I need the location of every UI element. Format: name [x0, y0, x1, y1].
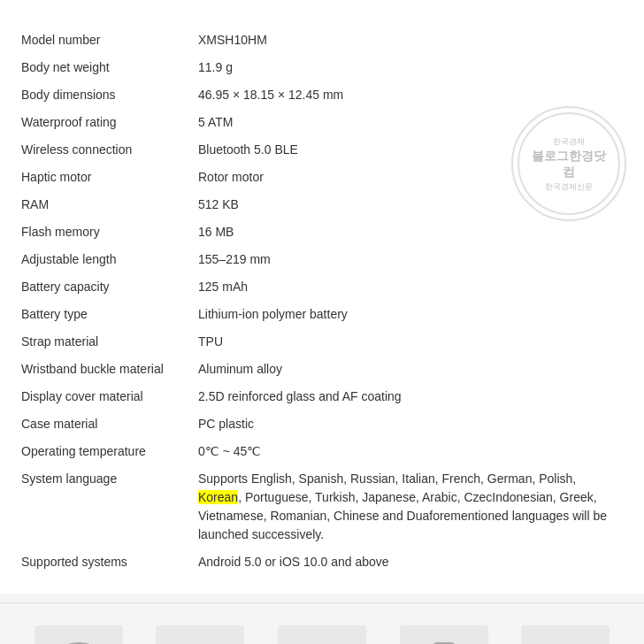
spec-table: Model numberXMSH10HMBody net weight11.9 …: [18, 27, 626, 576]
spec-label: RAM: [18, 191, 195, 218]
spec-label: Supported systems: [18, 548, 195, 576]
watermark: 한국경제 블로그한경닷컴 한국경제신문: [511, 106, 626, 221]
product-image-5: [521, 625, 610, 644]
bottom-section: [0, 612, 644, 644]
spec-value: 0℃ ~ 45℃: [195, 438, 626, 465]
spec-value: Lithium-ion polymer battery: [195, 301, 626, 328]
main-content: 한국경제 블로그한경닷컴 한국경제신문 Model numberXMSH10HM…: [0, 0, 644, 594]
spec-label: Body net weight: [18, 54, 195, 81]
spec-label: Haptic motor: [18, 164, 195, 191]
spec-label: Battery type: [18, 301, 195, 328]
table-row: Battery capacity125 mAh: [18, 273, 626, 301]
table-row: Wristband buckle materialAluminum alloy: [18, 356, 626, 383]
table-row: Operating temperature0℃ ~ 45℃: [18, 438, 626, 465]
product-image-1: [34, 625, 123, 644]
spec-label: Battery capacity: [18, 273, 195, 301]
spec-value: Aluminum alloy: [195, 356, 626, 383]
spec-label: Wireless connection: [18, 136, 195, 164]
watermark-main-text: 블로그한경닷컴: [526, 148, 611, 180]
table-row: Case materialPC plastic: [18, 410, 626, 438]
spec-value: PC plastic: [195, 410, 626, 438]
spec-label: Case material: [18, 410, 195, 438]
spec-label: System language: [18, 465, 195, 548]
spec-label: Body dimensions: [18, 81, 195, 109]
spec-label: Adjustable length: [18, 246, 195, 273]
spec-value: 11.9 g: [195, 54, 626, 81]
watermark-small-text: 한국경제: [553, 136, 585, 148]
spec-label: Wristband buckle material: [18, 356, 195, 383]
spec-label: Waterproof rating: [18, 109, 195, 136]
product-image-3: [278, 625, 366, 644]
spec-value: XMSH10HM: [195, 27, 626, 54]
product-image-4: [400, 625, 488, 644]
table-row: Flash memory16 MB: [18, 218, 626, 246]
table-row: Adjustable length155–219 mm: [18, 246, 626, 273]
watermark-bottom-text: 한국경제신문: [545, 181, 593, 193]
table-row: Battery typeLithium-ion polymer battery: [18, 301, 626, 328]
table-row: Model numberXMSH10HM: [18, 27, 626, 54]
spec-value: 155–219 mm: [195, 246, 626, 273]
watermark-inner: 한국경제 블로그한경닷컴 한국경제신문: [518, 112, 620, 215]
spec-value: Android 5.0 or iOS 10.0 and above: [195, 548, 626, 576]
product-image-2: [156, 625, 244, 644]
table-row: Supported systemsAndroid 5.0 or iOS 10.0…: [18, 548, 626, 576]
section-divider: [0, 602, 644, 603]
spec-label: Operating temperature: [18, 438, 195, 465]
spec-label: Display cover material: [18, 383, 195, 410]
table-row: Body net weight11.9 g: [18, 54, 626, 81]
table-row: Display cover material2.5D reinforced gl…: [18, 383, 626, 410]
spec-value: 2.5D reinforced glass and AF coating: [195, 383, 626, 410]
spec-label: Model number: [18, 27, 195, 54]
spec-value: 125 mAh: [195, 273, 626, 301]
table-row: System languageSupports English, Spanish…: [18, 465, 626, 548]
highlighted-text: Korean: [198, 490, 238, 504]
spec-value: 16 MB: [195, 218, 626, 246]
spec-value: TPU: [195, 328, 626, 356]
spec-label: Strap material: [18, 328, 195, 356]
table-row: Body dimensions46.95 × 18.15 × 12.45 mm: [18, 81, 626, 109]
spec-label: Flash memory: [18, 218, 195, 246]
table-row: Strap materialTPU: [18, 328, 626, 356]
spec-value: Supports English, Spanish, Russian, Ital…: [195, 465, 626, 548]
spec-value: 46.95 × 18.15 × 12.45 mm: [195, 81, 626, 109]
